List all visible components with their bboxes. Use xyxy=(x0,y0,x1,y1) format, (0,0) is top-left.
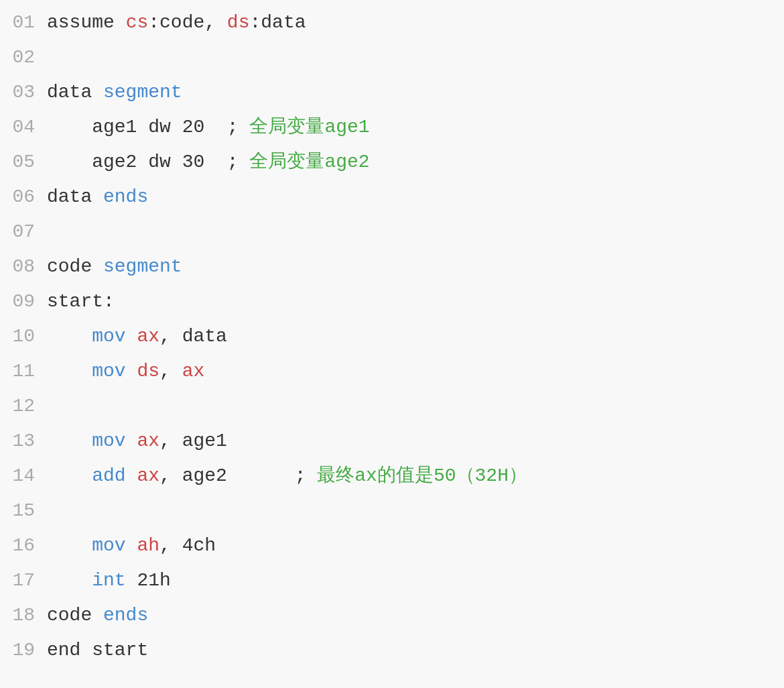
token-red: cs xyxy=(126,12,149,33)
token-normal xyxy=(47,570,92,591)
line-content: assume cs:code, ds:data xyxy=(47,8,784,38)
line-number: 06 xyxy=(0,182,47,213)
token-normal xyxy=(126,326,137,347)
token-red: ah xyxy=(137,535,159,556)
line-number: 08 xyxy=(0,252,47,282)
token-normal: :code, xyxy=(148,12,227,33)
token-normal xyxy=(47,465,92,486)
line-content: mov ax, data xyxy=(47,322,784,352)
token-red: ax xyxy=(137,431,159,451)
line-content: mov ax, age1 xyxy=(47,426,784,457)
code-line: 19end start xyxy=(0,634,784,669)
code-line: 03data segment xyxy=(0,76,784,111)
token-normal: code xyxy=(47,605,103,626)
token-blue: ends xyxy=(103,186,148,207)
token-normal xyxy=(47,361,92,382)
token-normal: end start xyxy=(47,640,148,661)
line-content: data ends xyxy=(47,182,784,213)
code-line: 17 int 21h xyxy=(0,565,784,599)
line-content: int 21h xyxy=(47,566,784,596)
token-normal: assume xyxy=(47,12,126,33)
line-content: code segment xyxy=(47,252,784,282)
token-green: 最终ax的值是50（32H） xyxy=(317,465,527,486)
line-content: start: xyxy=(47,287,784,317)
code-line: 14 add ax, age2 ; 最终ax的值是50（32H） xyxy=(0,460,784,495)
line-number: 14 xyxy=(0,461,47,492)
code-line: 04 age1 dw 20 ; 全局变量age1 xyxy=(0,111,784,146)
token-normal: data xyxy=(47,186,103,207)
line-number: 04 xyxy=(0,113,47,143)
code-line: 10 mov ax, data xyxy=(0,321,784,355)
line-content: code ends xyxy=(47,601,784,631)
token-normal xyxy=(47,326,92,347)
token-blue: add xyxy=(92,465,125,486)
line-number: 18 xyxy=(0,601,47,631)
line-number: 01 xyxy=(0,8,47,38)
token-blue: ends xyxy=(103,605,148,626)
token-normal xyxy=(126,535,137,556)
code-line: 16 mov ah, 4ch xyxy=(0,530,784,565)
token-blue: int xyxy=(92,570,125,591)
code-line: 02 xyxy=(0,42,784,76)
line-number: 10 xyxy=(0,322,47,352)
token-blue: segment xyxy=(103,256,182,277)
line-number: 09 xyxy=(0,287,47,317)
token-normal xyxy=(126,431,137,451)
token-normal: , data xyxy=(159,326,227,347)
token-green: 全局变量age2 xyxy=(249,152,369,172)
token-normal xyxy=(47,431,92,451)
code-line: 06data ends xyxy=(0,181,784,216)
line-content: mov ds, ax xyxy=(47,357,784,387)
code-line: 11 mov ds, ax xyxy=(0,355,784,390)
line-number: 17 xyxy=(0,566,47,596)
token-red: ax xyxy=(137,465,159,486)
line-number: 05 xyxy=(0,148,47,178)
line-number: 13 xyxy=(0,426,47,457)
token-normal: start: xyxy=(47,291,115,312)
token-normal: code xyxy=(47,256,103,277)
code-line: 18code ends xyxy=(0,599,784,634)
line-number: 12 xyxy=(0,392,47,422)
line-number: 02 xyxy=(0,43,47,73)
token-normal: age1 dw 20 ; xyxy=(47,117,249,137)
line-content: add ax, age2 ; 最终ax的值是50（32H） xyxy=(47,461,784,492)
token-normal: , 4ch xyxy=(159,535,216,556)
token-normal: :data xyxy=(249,12,306,33)
line-number: 03 xyxy=(0,78,47,108)
code-line: 07 xyxy=(0,216,784,251)
code-line: 15 xyxy=(0,495,784,530)
code-line: 08code segment xyxy=(0,251,784,286)
token-red: ds xyxy=(137,361,159,382)
line-number: 15 xyxy=(0,496,47,526)
token-normal xyxy=(126,465,137,486)
line-content: data segment xyxy=(47,78,784,108)
token-blue: mov xyxy=(92,431,125,451)
line-number: 16 xyxy=(0,531,47,561)
code-line: 05 age2 dw 30 ; 全局变量age2 xyxy=(0,146,784,181)
token-normal: 21h xyxy=(126,570,171,591)
line-content: age2 dw 30 ; 全局变量age2 xyxy=(47,148,784,178)
token-red: ax xyxy=(137,326,159,347)
token-green: 全局变量age1 xyxy=(249,117,369,137)
token-blue: mov xyxy=(92,326,125,347)
token-red: ax xyxy=(182,361,205,382)
code-line: 09start: xyxy=(0,286,784,321)
token-normal: age2 dw 30 ; xyxy=(47,152,249,172)
token-normal: , xyxy=(159,361,182,382)
code-line: 12 xyxy=(0,390,784,425)
token-normal: data xyxy=(47,82,103,103)
line-number: 07 xyxy=(0,217,47,247)
code-editor: 01assume cs:code, ds:data0203data segmen… xyxy=(0,0,784,688)
token-normal: , age1 xyxy=(159,431,227,451)
token-normal xyxy=(126,361,137,382)
code-line: 13 mov ax, age1 xyxy=(0,425,784,460)
token-blue: mov xyxy=(92,361,125,382)
token-blue: segment xyxy=(103,82,182,103)
line-content: mov ah, 4ch xyxy=(47,531,784,561)
line-content: age1 dw 20 ; 全局变量age1 xyxy=(47,113,784,143)
token-blue: mov xyxy=(92,535,125,556)
line-number: 19 xyxy=(0,636,47,666)
token-red: ds xyxy=(227,12,250,33)
token-normal: , age2 ; xyxy=(159,465,317,486)
token-normal xyxy=(47,535,92,556)
